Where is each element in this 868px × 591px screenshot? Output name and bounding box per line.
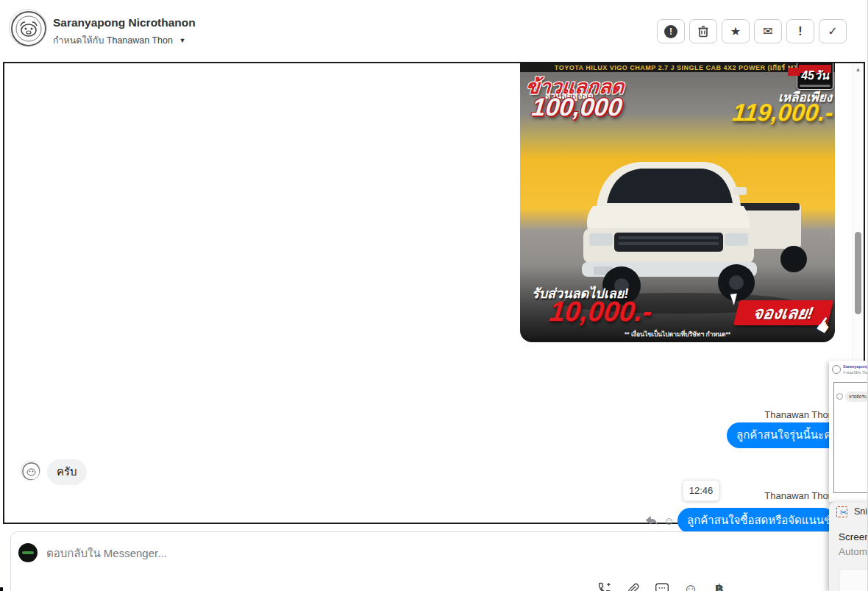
scrollbar-thumb[interactable] (855, 232, 861, 314)
snipping-tool-toast[interactable]: ✂ Snipping Tool Screenshot copied to cli… (829, 502, 868, 591)
emblem-logo-icon (10, 10, 47, 47)
assigned-name: Thanawan Thon (107, 35, 173, 46)
snipping-tool-icon: ✂ (836, 506, 847, 517)
envelope-icon: ✉ (763, 24, 772, 38)
mini-assigned-label: กำหนดให้กับ Thanawan (843, 370, 868, 375)
sender-label: Thanawan Thon (764, 490, 833, 501)
incoming-message-bubble[interactable]: ครับ (47, 459, 87, 485)
ad-days-badge: 45วัน (797, 63, 833, 90)
sender-label: Thanawan Thon (764, 409, 833, 420)
conversation-header: Saranyapong Nicrothanon กำหนดให้กับ Than… (0, 0, 868, 60)
customer-avatar (21, 461, 40, 481)
create-call-link-button[interactable] (597, 581, 613, 591)
scroll-up-arrow-icon[interactable]: ▲ (853, 66, 864, 73)
assigned-prefix: กำหนดให้กับ (53, 35, 104, 46)
emblem-logo-icon (21, 461, 40, 481)
star-icon: ★ (730, 24, 741, 38)
ad-price: 119,000.- (731, 99, 835, 127)
page-avatar (18, 543, 38, 562)
assignment-row[interactable]: กำหนดให้กับ Thanawan Thon ▼ (53, 33, 185, 48)
exclamation-circle-icon: ! (664, 25, 677, 38)
report-button[interactable]: ! (657, 19, 685, 43)
screen-corner-artifact (0, 587, 3, 591)
contact-avatar[interactable] (9, 9, 47, 47)
mini-chat-box: หวัดดีครับ (833, 382, 868, 493)
toast-title: Screenshot copied to clipboard (839, 531, 868, 542)
reply-input[interactable] (46, 542, 458, 563)
car-ad-image-attachment[interactable]: TOYOTA HILUX VIGO CHAMP 2.7 J SINGLE CAB… (520, 63, 835, 342)
trash-icon (697, 25, 709, 38)
mini-contact-name: Saranyapong N (843, 364, 868, 369)
paperclip-icon (627, 582, 641, 591)
comment-dots-icon (655, 582, 669, 591)
contact-name: Saranyapong Nicrothanon (53, 16, 196, 29)
ad-disclaimer: ** เงื่อนไขเป็นไปตามที่บริษัทฯ กำหนด** (520, 329, 835, 339)
mark-done-button[interactable]: ✓ (819, 19, 847, 43)
mini-avatar (832, 365, 841, 374)
toast-app-name: Snipping Tool (854, 506, 868, 517)
delete-button[interactable] (689, 19, 717, 43)
outgoing-message-bubble[interactable]: ลูกค้าสนใจซื้อสดหรือจัดแนนช์คะ (677, 508, 836, 534)
chat-thread-panel: TOYOTA HILUX VIGO CHAMP 2.7 J SINGLE CAB… (3, 62, 865, 524)
page-logo-mark (22, 551, 34, 554)
toast-thumbnail-button[interactable] (839, 569, 868, 591)
star-button[interactable]: ★ (722, 19, 750, 43)
smiley-icon: ☺ (683, 581, 698, 591)
move-to-inbox-button[interactable]: ✉ (754, 19, 782, 43)
messenger-inbox-window: Saranyapong Nicrothanon กำหนดให้กับ Than… (0, 0, 868, 591)
book-now-label: จองเลย! (752, 300, 816, 326)
baht-icon: ฿ (715, 581, 724, 591)
saved-replies-button[interactable] (654, 581, 670, 591)
reply-icon[interactable] (645, 515, 658, 526)
composer-toolbar: ☺ ฿ (597, 581, 728, 591)
check-icon: ✓ (828, 24, 837, 38)
attach-file-button[interactable] (625, 581, 641, 591)
exclamation-icon: ! (798, 25, 802, 38)
reply-composer: ☺ ฿ (10, 531, 846, 591)
badge-ribbon (788, 68, 800, 76)
badge-days-text: 45วัน (797, 66, 833, 85)
outgoing-message-bubble[interactable]: ลูกค้าสนใจรุ่นนี้นะคะ (727, 422, 843, 448)
chevron-down-icon[interactable]: ▼ (179, 37, 185, 44)
emoji-button[interactable]: ☺ (683, 581, 699, 591)
snip-preview-window[interactable]: Saranyapong N กำหนดให้กับ Thanawan หวัดด… (829, 361, 868, 502)
mini-bubble-avatar (836, 393, 843, 400)
payment-button[interactable]: ฿ (711, 581, 728, 591)
header-action-bar: ! ★ ✉ ! ✓ (657, 19, 847, 43)
toast-subtitle: Automatically save screenshots (839, 546, 868, 557)
ad-bottom-discount: 10,000.- (548, 296, 654, 328)
ad-max-discount: 100,000 (530, 93, 624, 121)
phone-plus-icon (597, 581, 612, 591)
message-hover-actions: ☺ (645, 514, 675, 527)
timestamp-tooltip: 12:46 (683, 480, 719, 501)
react-smiley-icon[interactable]: ☺ (664, 514, 675, 527)
mark-important-button[interactable]: ! (786, 19, 814, 43)
mini-message-bubble: หวัดดีครับ (845, 392, 868, 402)
scissors-icon: ✂ (840, 508, 847, 517)
